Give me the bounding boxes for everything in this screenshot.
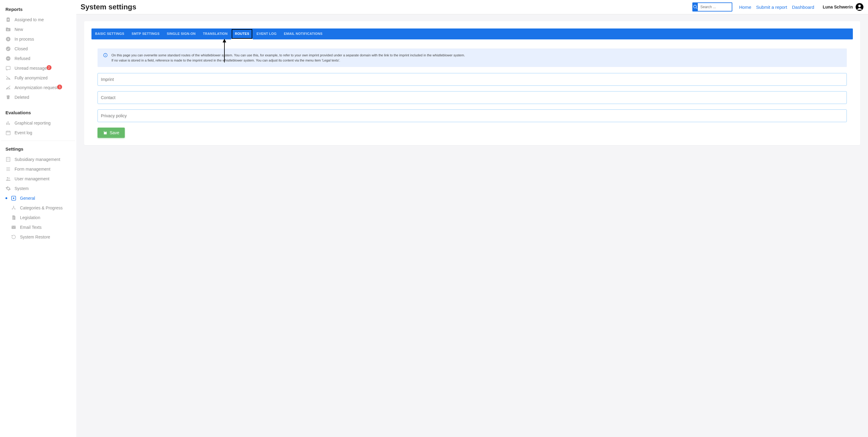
list-icon [5,166,11,172]
bullet-icon [5,197,7,199]
save-icon [103,130,107,135]
sidebar-item-label: Subsidiary management [14,157,71,162]
svg-point-19 [858,4,861,7]
settings-card: BASIC SETTINGS SMTP SETTINGS SINGLE SIGN… [84,21,860,145]
tabs: BASIC SETTINGS SMTP SETTINGS SINGLE SIGN… [91,28,853,39]
svg-rect-17 [11,226,16,229]
search-box[interactable] [692,2,732,11]
sidebar-item-assigned[interactable]: Assigned to me [0,15,76,25]
sidebar-item-label: New [14,27,71,32]
sidebar-item-label: Email Texts [20,225,71,230]
svg-rect-9 [6,157,10,162]
play-circle-icon [5,36,11,42]
tab-smtp-settings[interactable]: SMTP SETTINGS [128,28,163,39]
sidebar-item-event-log[interactable]: Event log [0,128,76,138]
sidebar-item-label: Categories & Progress [20,205,71,210]
sidebar-item-user-mgmt[interactable]: User management [0,174,76,184]
sidebar-item-label: Deleted [14,95,71,100]
sidebar-item-label: Event log [14,130,71,135]
contact-input[interactable] [97,91,847,104]
link-dashboard[interactable]: Dashboard [792,4,814,10]
tab-event-log[interactable]: EVENT LOG [253,28,280,39]
field-privacy [97,109,847,122]
svg-point-13 [13,198,14,199]
anonymize-icon [5,75,11,81]
svg-rect-5 [6,123,7,125]
info-line2: If no value is stored in a field, refere… [112,58,465,63]
sidebar-item-label: System [14,186,71,191]
sidebar-item-new[interactable]: New [0,25,76,34]
sidebar-item-label: In process [14,37,71,41]
topbar: System settings Home Submit a report Das… [76,0,868,14]
check-circle-icon [5,46,11,52]
sidebar-item-label: Legislation [20,215,71,220]
imprint-input[interactable] [97,73,847,86]
sidebar-item-fully-anon[interactable]: Fully anonymized [0,73,76,83]
sidebar-item-refused[interactable]: Refused [0,54,76,63]
mail-icon [11,225,17,230]
chart-bar-icon [5,120,11,126]
info-banner: On this page you can overwrite some stan… [97,49,847,67]
privacy-input[interactable] [97,109,847,122]
sidebar-item-label: Form management [14,167,71,172]
sidebar-item-legislation[interactable]: Legislation [0,213,76,223]
user-name: Luna Schwerin [823,4,853,9]
document-icon [11,215,17,220]
sidebar-item-system-restore[interactable]: System Restore [0,232,76,242]
sidebar-item-label: Anonymization requests [14,85,60,90]
svg-rect-8 [6,131,10,135]
svg-point-14 [13,206,14,207]
svg-rect-4 [6,66,10,70]
message-icon [5,65,11,71]
svg-rect-3 [7,58,9,59]
settings-box-icon [11,196,17,201]
sidebar-item-form[interactable]: Form management [0,164,76,174]
sidebar-item-deleted[interactable]: Deleted [0,92,76,102]
sidebar-item-unread[interactable]: Unread messages 2 [0,63,76,73]
minus-circle-icon [5,56,11,61]
sidebar: Reports Assigned to me New In process Cl… [0,0,76,437]
gear-icon [5,186,11,191]
calendar-icon [5,130,11,136]
sidebar-divider [1,141,75,141]
sidebar-item-label: Closed [14,47,71,51]
svg-rect-7 [9,123,10,125]
svg-point-10 [7,177,8,179]
sidebar-item-label: Refused [14,56,71,61]
tab-email-notifications[interactable]: EMAIL NOTIFICATIONS [280,28,326,39]
sidebar-item-label: Unread messages [14,66,49,70]
info-line1: On this page you can overwrite some stan… [112,53,465,58]
sidebar-item-graphical[interactable]: Graphical reporting [0,118,76,128]
sidebar-heading-settings: Settings [0,144,76,154]
avatar-icon[interactable] [855,3,864,11]
sidebar-item-in-process[interactable]: In process [0,34,76,44]
badge-count: 1 [57,85,62,89]
info-icon [103,53,108,58]
tab-translation[interactable]: TRANSLATION [199,28,231,39]
tab-basic-settings[interactable]: BASIC SETTINGS [91,28,128,39]
sidebar-item-label: Fully anonymized [14,76,71,80]
sidebar-item-subsidiary[interactable]: Subsidiary management [0,154,76,164]
users-icon [5,176,11,181]
sidebar-heading-reports: Reports [0,4,76,15]
save-button-label: Save [110,130,119,135]
sidebar-item-anon-requests[interactable]: Anonymization requests 1 [0,83,76,92]
sidebar-item-label: User management [14,176,71,181]
main: System settings Home Submit a report Das… [76,0,868,437]
tab-routes[interactable]: ROUTES [231,28,253,39]
search-input[interactable] [698,3,732,11]
search-icon[interactable] [693,3,698,11]
sidebar-item-general[interactable]: General [0,193,76,203]
sidebar-item-email-texts[interactable]: Email Texts [0,223,76,232]
badge-count: 2 [46,65,52,70]
link-home[interactable]: Home [739,4,751,10]
sidebar-item-label: General [20,196,71,201]
sidebar-item-label: Assigned to me [14,17,71,22]
hierarchy-icon [11,205,17,211]
sidebar-item-categories[interactable]: Categories & Progress [0,203,76,213]
save-button[interactable]: Save [97,127,125,138]
sidebar-item-closed[interactable]: Closed [0,44,76,54]
link-submit-report[interactable]: Submit a report [756,4,787,10]
sidebar-item-system[interactable]: System [0,184,76,193]
tab-sso[interactable]: SINGLE SIGN-ON [163,28,199,39]
